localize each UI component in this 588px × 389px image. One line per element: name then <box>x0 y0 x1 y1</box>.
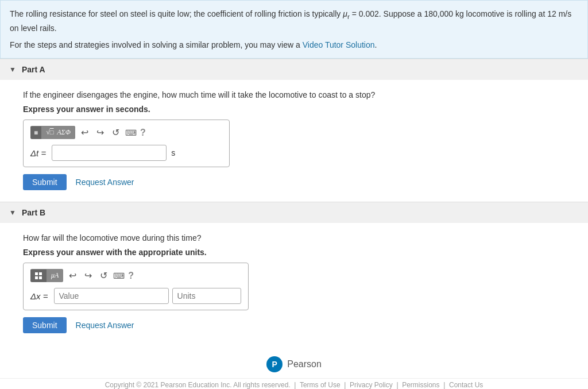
part-b-reset-button[interactable]: ↺ <box>98 269 110 282</box>
part-a-delta-label: Δt = <box>30 148 46 158</box>
part-b-header[interactable]: ▼ Part B <box>0 202 588 223</box>
part-b-section: ▼ Part B How far will the locomotive mov… <box>0 202 588 345</box>
info-line2: For the steps and strategies involved in… <box>10 38 578 51</box>
part-a-redo-button[interactable]: ↪ <box>94 126 106 139</box>
part-b-help-button[interactable]: ? <box>128 271 134 281</box>
part-a-request-answer-link[interactable]: Request Answer <box>76 178 134 187</box>
pearson-brand: Pearson <box>287 359 322 369</box>
part-b-grid-button[interactable] <box>30 269 47 282</box>
pearson-footer: P Pearson <box>0 345 588 378</box>
privacy-link[interactable]: Privacy Policy <box>350 381 393 389</box>
part-b-redo-button[interactable]: ↪ <box>82 269 94 282</box>
part-b-delta-label: Δx = <box>30 291 48 301</box>
part-a-express: Express your answer in seconds. <box>23 105 574 114</box>
part-b-action-row: Submit Request Answer <box>23 317 574 333</box>
permissions-link[interactable]: Permissions <box>402 381 439 389</box>
part-a-header[interactable]: ▼ Part A <box>0 59 588 80</box>
copyright-bar: Copyright © 2021 Pearson Education Inc. … <box>0 378 588 389</box>
part-b-chevron-icon: ▼ <box>9 209 16 217</box>
part-a-formula-button[interactable]: √□ ΑΣΦ <box>41 126 75 139</box>
info-line1: The rolling resistance for steel on stee… <box>10 7 578 35</box>
part-a-help-button[interactable]: ? <box>140 128 146 138</box>
part-b-units-input[interactable] <box>172 288 241 304</box>
contact-link[interactable]: Contact Us <box>449 381 483 389</box>
part-b-formula-group: μΑ <box>30 269 63 282</box>
terms-link[interactable]: Terms of Use <box>300 381 341 389</box>
part-a-undo-button[interactable]: ↩ <box>79 126 91 139</box>
part-a-keyboard-button[interactable]: ⌨ <box>125 128 137 137</box>
part-a-action-row: Submit Request Answer <box>23 174 574 190</box>
video-tutor-link[interactable]: Video Tutor Solution <box>303 40 375 49</box>
part-a-toolbar: ■ √□ ΑΣΦ ↩ ↪ ↺ ⌨ ? <box>30 126 222 139</box>
part-b-keyboard-button[interactable]: ⌨ <box>113 271 125 280</box>
part-a-matrix-button[interactable]: ■ <box>30 126 41 139</box>
part-b-answer-box: μΑ ↩ ↪ ↺ ⌨ ? Δx = <box>23 263 249 310</box>
part-a-unit-label: s <box>171 148 175 157</box>
part-b-express: Express your answer with the appropriate… <box>23 248 574 257</box>
part-b-question: How far will the locomotive move during … <box>23 232 574 244</box>
part-a-reset-button[interactable]: ↺ <box>110 126 122 139</box>
part-a-section: ▼ Part A If the engineer disengages the … <box>0 59 588 202</box>
svg-rect-3 <box>39 276 42 279</box>
part-a-body: If the engineer disengages the engine, h… <box>0 80 588 202</box>
part-b-label: Part B <box>22 208 45 217</box>
part-a-formula-group: ■ √□ ΑΣΦ <box>30 126 75 139</box>
part-a-answer-input[interactable] <box>52 145 167 161</box>
svg-rect-0 <box>35 272 38 275</box>
grid-icon <box>34 272 42 280</box>
part-b-value-input[interactable] <box>54 288 169 304</box>
pearson-logo: P <box>266 356 283 372</box>
part-a-submit-button[interactable]: Submit <box>23 174 67 190</box>
info-box: The rolling resistance for steel on stee… <box>0 0 588 59</box>
part-b-body: How far will the locomotive move during … <box>0 223 588 345</box>
part-b-input-row: Δx = <box>30 288 241 304</box>
part-a-label: Part A <box>22 65 45 74</box>
part-b-submit-button[interactable]: Submit <box>23 317 67 333</box>
part-b-request-answer-link[interactable]: Request Answer <box>76 321 134 330</box>
part-a-answer-box: ■ √□ ΑΣΦ ↩ ↪ ↺ ⌨ ? Δt = s <box>23 120 230 167</box>
part-a-input-row: Δt = s <box>30 145 222 161</box>
part-a-chevron-icon: ▼ <box>9 66 16 74</box>
part-b-undo-button[interactable]: ↩ <box>67 269 79 282</box>
part-b-mu-button[interactable]: μΑ <box>47 269 63 282</box>
part-a-question: If the engineer disengages the engine, h… <box>23 89 574 101</box>
svg-rect-2 <box>35 276 38 279</box>
part-b-toolbar: μΑ ↩ ↪ ↺ ⌨ ? <box>30 269 241 282</box>
svg-rect-1 <box>39 272 42 275</box>
